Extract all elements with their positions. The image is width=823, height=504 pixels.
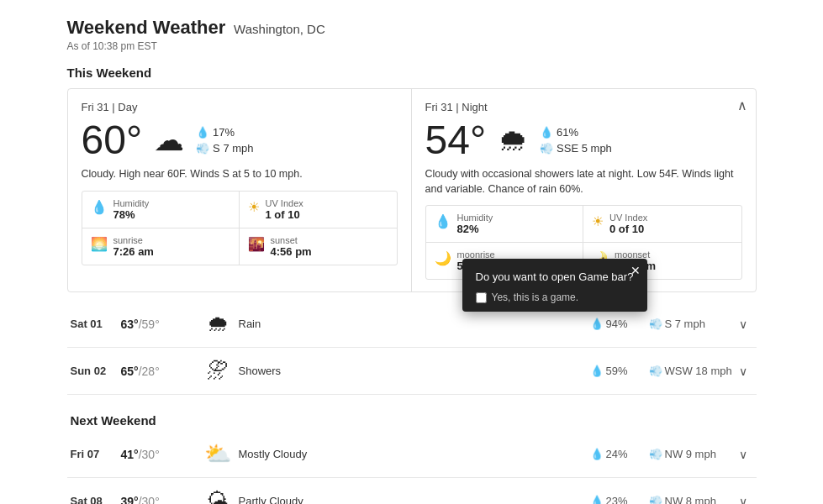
friday-day-sunset: 🌇 sunset 4:56 pm (240, 228, 397, 265)
friday-night-temp-row: 54° 🌧 💧 61% 💨 SSE 5 mph (425, 120, 742, 160)
table-row: Sat 08 39°/30° 🌤 Partly Cloudy 💧 23% 💨 N… (67, 478, 757, 504)
friday-day-precip-wind: 💧 17% 💨 S 7 mph (196, 126, 253, 155)
game-bar-checkbox-row: Yes, this is a game. (476, 291, 634, 303)
forecast-low-sat: /59° (139, 318, 160, 331)
forecast-temps-sat: 63°/59° (121, 318, 197, 331)
humidity-value-night: 82% (457, 223, 493, 235)
forecast-icon-fri07: ⛅ (197, 441, 239, 467)
forecast-icon-sat: 🌧 (197, 311, 239, 337)
friday-day-wind: S 7 mph (213, 142, 253, 155)
forecast-condition-sat: Rain (239, 318, 590, 330)
friday-night-wind: SSE 5 mph (557, 142, 612, 155)
forecast-date-sat: Sat 01 (71, 318, 121, 330)
friday-day-panel: Fri 31 | Day 60° ☁ 💧 17% 💨 S 7 mph Cloud… (68, 89, 412, 291)
game-bar-popup: ✕ Do you want to open Game bar? Yes, thi… (462, 259, 647, 312)
humidity-value: 78% (113, 208, 150, 221)
uv-label: UV Index (266, 198, 303, 208)
rain-drop-icon: 💧 (196, 126, 209, 139)
wind-icon-sat08: 💨 (649, 495, 662, 504)
precip-drop-icon-fri07: 💧 (590, 448, 604, 460)
friday-day-wind-row: 💨 S 7 mph (196, 142, 253, 155)
uv-label-night: UV Index (609, 213, 647, 223)
friday-night-icon: 🌧 (498, 123, 528, 158)
precip-pct-fri07: 24% (606, 448, 628, 460)
forecast-wind-sat: 💨 S 7 mph (649, 318, 733, 330)
forecast-condition-fri07: Mostly Cloudy (239, 448, 590, 460)
humidity-label: Humidity (113, 198, 150, 208)
forecast-list: Sat 01 63°/59° 🌧 Rain 💧 94% 💨 S 7 mph ∨ … (67, 301, 757, 395)
forecast-icon-sun: ⛈ (197, 358, 239, 384)
precip-pct-sat: 94% (606, 318, 628, 330)
uv-value-night: 0 of 10 (609, 223, 647, 235)
friday-day-uv: ☀ UV Index 1 of 10 (240, 192, 397, 228)
wind-icon-night: 💨 (540, 142, 553, 155)
friday-night-uv: ☀ UV Index 0 of 10 (583, 206, 741, 243)
friday-day-humidity: 💧 Humidity 78% (82, 192, 240, 228)
friday-day-precip-row: 💧 17% (196, 126, 253, 139)
expand-button-sat08[interactable]: ∨ (733, 495, 753, 505)
forecast-condition-sun: Showers (239, 365, 590, 377)
sunset-label: sunset (271, 235, 312, 245)
game-bar-checkbox[interactable] (476, 292, 487, 303)
game-bar-close-button[interactable]: ✕ (630, 264, 641, 277)
precip-pct-sat08: 23% (606, 495, 628, 504)
precip-pct-sun: 59% (606, 365, 628, 377)
forecast-high-fri07: 41° (121, 448, 139, 461)
wind-icon-sat: 💨 (649, 318, 662, 330)
forecast-high-sat: 63° (121, 318, 139, 331)
forecast-wind-sat08: 💨 NW 8 mph (649, 495, 733, 504)
friday-night-precip-row: 💧 61% (540, 126, 612, 139)
moonrise-icon: 🌙 (435, 250, 451, 266)
expand-button-sun[interactable]: ∨ (733, 365, 753, 378)
friday-night-precip: 61% (557, 126, 578, 139)
friday-night-description: Cloudy with occasional showers late at n… (425, 167, 742, 197)
forecast-high-sun: 65° (121, 365, 139, 378)
sunset-icon: 🌇 (248, 236, 265, 252)
forecast-wind-fri07: 💨 NW 9 mph (649, 448, 733, 460)
sunrise-value: 7:26 am (113, 245, 154, 258)
humidity-icon: 💧 (91, 199, 108, 215)
wind-value-sat: S 7 mph (665, 318, 705, 330)
header: Weekend Weather Washington, DC As of 10:… (67, 17, 757, 52)
next-weekend-forecast-list: Fri 07 41°/30° ⛅ Mostly Cloudy 💧 24% 💨 N… (67, 431, 757, 504)
precip-drop-icon-sat08: 💧 (590, 495, 604, 504)
collapse-button[interactable]: ∧ (737, 97, 747, 113)
friday-night-precip-wind: 💧 61% 💨 SSE 5 mph (540, 126, 612, 155)
as-of-text: As of 10:38 pm EST (67, 40, 757, 52)
uv-icon-night: ☀ (592, 213, 604, 229)
page-location: Washington, DC (234, 22, 325, 36)
weekend-grid: Fri 31 | Day 60° ☁ 💧 17% 💨 S 7 mph Cloud… (67, 88, 757, 292)
friday-day-sunrise: 🌅 sunrise 7:26 am (82, 228, 240, 265)
game-bar-message: Do you want to open Game bar? (476, 270, 634, 283)
expand-button-fri07[interactable]: ∨ (733, 448, 753, 461)
next-weekend-label: Next Weekend (67, 407, 757, 428)
friday-night-temp: 54° (425, 120, 487, 160)
forecast-precip-sat: 💧 94% (590, 318, 649, 330)
wind-icon: 💨 (196, 142, 209, 155)
game-bar-checkbox-label: Yes, this is a game. (492, 291, 579, 303)
forecast-temps-fri07: 41°/30° (121, 448, 197, 461)
friday-day-description: Cloudy. High near 60F. Winds S at 5 to 1… (82, 167, 398, 182)
table-row: Fri 07 41°/30° ⛅ Mostly Cloudy 💧 24% 💨 N… (67, 431, 757, 478)
wind-value-sun: WSW 18 mph (665, 365, 732, 377)
friday-day-precip: 17% (213, 126, 235, 139)
rain-drop-icon-night: 💧 (540, 126, 553, 139)
forecast-icon-sat08: 🌤 (197, 488, 239, 504)
humidity-label-night: Humidity (457, 213, 493, 223)
expand-button-sat[interactable]: ∨ (733, 318, 753, 331)
forecast-precip-sun: 💧 59% (590, 365, 649, 377)
main-container: Weekend Weather Washington, DC As of 10:… (50, 0, 773, 504)
friday-night-label: Fri 31 | Night (425, 101, 742, 113)
uv-icon: ☀ (248, 199, 260, 215)
wind-value-sat08: NW 8 mph (665, 495, 716, 504)
page-title: Weekend Weather (67, 17, 226, 38)
forecast-wind-sun: 💨 WSW 18 mph (649, 365, 733, 377)
forecast-low-sat08: /30° (139, 495, 160, 505)
forecast-temps-sun: 65°/28° (121, 365, 197, 378)
humidity-icon-night: 💧 (435, 213, 451, 229)
forecast-low-fri07: /30° (139, 448, 160, 461)
forecast-low-sun: /28° (139, 365, 160, 378)
forecast-condition-sat08: Partly Cloudy (239, 495, 590, 504)
friday-night-wind-row: 💨 SSE 5 mph (540, 142, 612, 155)
wind-value-fri07: NW 9 mph (665, 448, 716, 460)
